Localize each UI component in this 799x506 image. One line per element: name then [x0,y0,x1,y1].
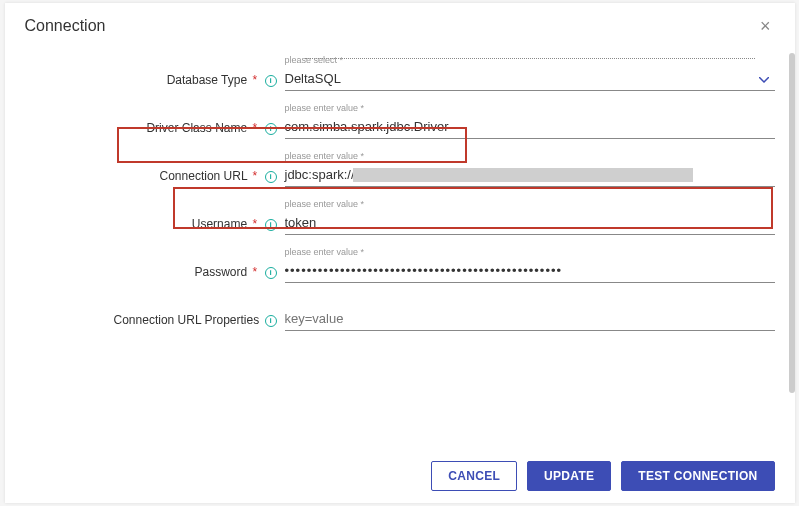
connection-url-input[interactable]: jdbc:spark:// [285,163,775,187]
close-icon[interactable]: × [756,17,775,35]
label-text: Driver Class Name [146,121,247,135]
hint-text: please enter value * [285,199,365,209]
input-col: please enter value * [285,211,775,235]
info-icon[interactable]: i [265,123,277,135]
row-driver-class-name: Driver Class Name * i please enter value… [25,115,775,139]
label-text: Username [192,217,247,231]
info-icon[interactable]: i [265,171,277,183]
label-driver-class-name: Driver Class Name * i [25,121,285,139]
label-text: Connection URL Properties [114,313,260,327]
connection-modal: Connection × Database Type * i please se… [5,3,795,503]
driver-class-name-input[interactable] [285,115,775,139]
modal-footer: CANCEL UPDATE TEST CONNECTION [431,461,774,491]
label-url-properties: Connection URL Properties i [25,313,285,331]
username-input[interactable] [285,211,775,235]
row-username: Username * i please enter value * [25,211,775,235]
row-password: Password * i please enter value * [25,259,775,283]
row-url-properties: Connection URL Properties i [25,307,775,331]
modal-body: Database Type * i please select * DeltaS… [5,41,795,431]
hint-text: please enter value * [285,151,365,161]
modal-header: Connection × [5,3,795,41]
test-connection-button[interactable]: TEST CONNECTION [621,461,774,491]
hint-text: please select * [285,55,344,65]
row-database-type: Database Type * i please select * DeltaS… [25,67,775,91]
input-col: please enter value * jdbc:spark:// [285,163,775,187]
scrollbar[interactable] [789,53,795,393]
label-password: Password * i [25,265,285,283]
url-properties-input[interactable] [285,307,775,331]
required-mark: * [252,169,257,183]
label-text: Connection URL [160,169,248,183]
label-database-type: Database Type * i [25,73,285,91]
info-icon[interactable]: i [265,267,277,279]
info-icon[interactable]: i [265,315,277,327]
row-connection-url: Connection URL * i please enter value * … [25,163,775,187]
input-col: please enter value * [285,259,775,283]
url-prefix: jdbc:spark:// [285,167,355,182]
password-input[interactable] [285,259,775,283]
required-mark: * [252,217,257,231]
label-text: Database Type [167,73,248,87]
database-type-select[interactable]: DeltaSQL [285,67,775,91]
input-col: please select * DeltaSQL [285,67,775,91]
cancel-button[interactable]: CANCEL [431,461,517,491]
input-col: please enter value * [285,115,775,139]
info-icon[interactable]: i [265,75,277,87]
hint-text: please enter value * [285,103,365,113]
label-connection-url: Connection URL * i [25,169,285,187]
label-username: Username * i [25,217,285,235]
required-mark: * [252,265,257,279]
modal-title: Connection [25,17,106,35]
input-col [285,307,775,331]
info-icon[interactable]: i [265,219,277,231]
hint-text: please enter value * [285,247,365,257]
label-text: Password [194,265,247,279]
update-button[interactable]: UPDATE [527,461,611,491]
required-mark: * [252,121,257,135]
prev-field-underline [305,41,755,59]
required-mark: * [252,73,257,87]
redacted-block [353,168,693,182]
